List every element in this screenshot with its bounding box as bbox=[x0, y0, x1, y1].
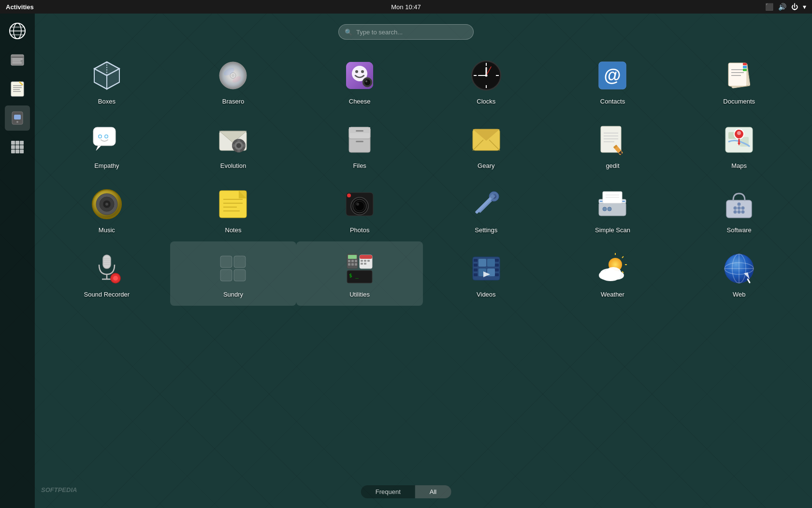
svg-rect-165 bbox=[348, 255, 357, 259]
svg-line-211 bbox=[748, 279, 750, 283]
sidebar-item-software[interactable] bbox=[5, 105, 30, 131]
notes-icon bbox=[216, 187, 250, 222]
contacts-label: Contacts bbox=[600, 98, 625, 105]
topbar-right-icons: ⬛ 🔊 ⏻ ▾ bbox=[765, 3, 806, 11]
app-software[interactable]: Software bbox=[676, 177, 802, 241]
simplescan-label: Simple Scan bbox=[595, 226, 630, 234]
svg-rect-189 bbox=[495, 273, 499, 276]
cheese-label: Cheese bbox=[349, 98, 371, 105]
app-clocks[interactable]: Clocks bbox=[423, 48, 550, 113]
evolution-label: Evolution bbox=[220, 162, 246, 169]
tab-all[interactable]: All bbox=[415, 485, 451, 498]
power-icon[interactable]: ⏻ bbox=[791, 3, 798, 11]
svg-rect-190 bbox=[478, 259, 486, 267]
tab-frequent[interactable]: Frequent bbox=[361, 485, 415, 498]
videos-label: Videos bbox=[477, 291, 496, 298]
svg-point-80 bbox=[236, 143, 241, 148]
clocks-icon bbox=[469, 58, 504, 93]
geary-icon bbox=[469, 122, 504, 157]
sidebar-item-appgrid[interactable] bbox=[5, 134, 30, 160]
screen-icon[interactable]: ⬛ bbox=[765, 3, 773, 11]
app-documents[interactable]: Documents bbox=[676, 48, 802, 113]
app-utilities[interactable]: $ _ Utilities bbox=[296, 241, 423, 306]
svg-rect-187 bbox=[495, 264, 499, 267]
empathy-label: Empathy bbox=[94, 162, 119, 169]
svg-point-128 bbox=[356, 203, 359, 206]
files-icon bbox=[342, 122, 377, 157]
svg-point-141 bbox=[603, 207, 607, 211]
app-evolution[interactable]: Evolution bbox=[170, 113, 297, 177]
videos-icon bbox=[469, 251, 504, 286]
svg-point-144 bbox=[734, 207, 737, 210]
svg-rect-176 bbox=[367, 260, 370, 262]
app-boxes[interactable]: Boxes bbox=[44, 48, 170, 113]
app-web[interactable]: Web bbox=[676, 241, 802, 306]
photos-label: Photos bbox=[350, 226, 369, 234]
svg-rect-162 bbox=[220, 269, 232, 281]
app-contacts[interactable]: @ Contacts bbox=[550, 48, 676, 113]
svg-rect-183 bbox=[474, 264, 478, 267]
svg-rect-186 bbox=[495, 259, 499, 262]
sidebar-item-files[interactable] bbox=[5, 47, 30, 73]
maps-label: Maps bbox=[731, 162, 747, 169]
search-input[interactable] bbox=[356, 29, 467, 36]
app-photos[interactable]: Photos bbox=[296, 177, 423, 241]
app-settings[interactable]: Settings bbox=[423, 177, 550, 241]
topbar: Activities Mon 10:47 ⬛ 🔊 ⏻ ▾ bbox=[0, 0, 812, 14]
app-geary[interactable]: Geary bbox=[423, 113, 550, 177]
svg-rect-170 bbox=[351, 263, 354, 266]
volume-icon[interactable]: 🔊 bbox=[778, 3, 786, 11]
svg-rect-6 bbox=[11, 57, 24, 58]
svg-point-107 bbox=[737, 131, 741, 135]
svg-rect-168 bbox=[355, 260, 357, 262]
app-brasero[interactable]: Brasero bbox=[170, 48, 297, 113]
app-empathy[interactable]: Empathy bbox=[44, 113, 170, 177]
evolution-icon bbox=[216, 122, 250, 157]
app-notes[interactable]: Notes bbox=[170, 177, 297, 241]
svg-text:@: @ bbox=[604, 65, 621, 85]
search-icon: 🔍 bbox=[345, 29, 352, 36]
app-gedit[interactable]: gedit bbox=[550, 113, 676, 177]
svg-rect-193 bbox=[487, 269, 495, 276]
activities-button[interactable]: Activities bbox=[6, 3, 34, 11]
software-label: Software bbox=[727, 226, 752, 234]
svg-point-146 bbox=[741, 207, 745, 210]
sidebar-item-notes[interactable] bbox=[5, 76, 30, 102]
settings-label: Settings bbox=[475, 226, 497, 234]
svg-rect-24 bbox=[20, 145, 24, 149]
svg-point-43 bbox=[355, 70, 358, 73]
app-weather[interactable]: Weather bbox=[550, 241, 676, 306]
weather-label: Weather bbox=[601, 291, 624, 298]
utilities-label: Utilities bbox=[349, 291, 370, 298]
bottom-tabs: Frequent All bbox=[361, 485, 451, 498]
app-videos[interactable]: Videos bbox=[423, 241, 550, 306]
files-label: Files bbox=[353, 162, 366, 169]
app-maps[interactable]: Maps bbox=[676, 113, 802, 177]
svg-rect-178 bbox=[364, 263, 366, 265]
geary-label: Geary bbox=[478, 162, 494, 169]
svg-point-37 bbox=[232, 74, 234, 77]
svg-rect-5 bbox=[11, 55, 24, 65]
svg-rect-20 bbox=[15, 141, 19, 145]
svg-rect-163 bbox=[234, 269, 246, 281]
svg-rect-22 bbox=[11, 145, 15, 149]
svg-rect-68 bbox=[743, 66, 747, 68]
app-music[interactable]: Music bbox=[44, 177, 170, 241]
svg-point-145 bbox=[738, 207, 741, 210]
sidebar-item-web[interactable] bbox=[5, 18, 30, 44]
app-grid: Boxes Brasero bbox=[44, 48, 802, 479]
brasero-icon bbox=[216, 58, 250, 93]
svg-text:$ _: $ _ bbox=[349, 272, 359, 279]
app-simplescan[interactable]: Simple Scan bbox=[550, 177, 676, 241]
svg-rect-191 bbox=[487, 259, 495, 267]
svg-rect-7 bbox=[12, 59, 23, 60]
svg-marker-75 bbox=[96, 146, 101, 150]
app-sundry[interactable]: Sundry bbox=[170, 241, 297, 306]
menu-arrow-icon[interactable]: ▾ bbox=[803, 3, 806, 11]
app-cheese[interactable]: Cheese bbox=[296, 48, 423, 113]
app-files[interactable]: Files bbox=[296, 113, 423, 177]
svg-point-114 bbox=[105, 203, 108, 206]
app-soundrecorder[interactable]: Sound Recorder bbox=[44, 241, 170, 306]
search-bar[interactable]: 🔍 bbox=[338, 24, 474, 40]
svg-rect-161 bbox=[234, 256, 246, 268]
